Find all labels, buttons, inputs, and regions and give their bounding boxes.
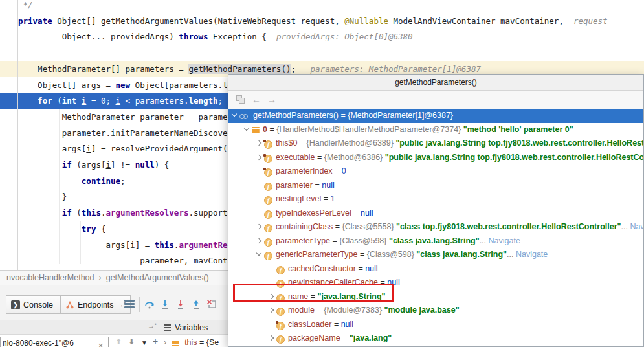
chevron-closed-icon[interactable]	[256, 151, 264, 165]
popup-title[interactable]: getMethodParameters()	[228, 75, 643, 91]
tree-segment: classLoader	[288, 320, 331, 329]
tree-segment: genericParameterType	[276, 250, 357, 259]
tree-row[interactable]: getMethodParameters() = {MethodParameter…	[228, 109, 643, 123]
tree-segment: containingClass	[276, 222, 333, 231]
arrow-down-icon[interactable]: ⬇	[128, 337, 135, 346]
debugger-evaluate-popup[interactable]: getMethodParameters() ← → getMethodParam…	[228, 74, 644, 347]
breadcrumb-class[interactable]: nvocableHandlerMethod	[6, 273, 94, 282]
tree-row[interactable]: fparameterIndex = 0	[228, 164, 643, 179]
field-icon: f	[264, 252, 272, 260]
chevron-closed-icon[interactable]	[268, 290, 276, 304]
field-icon: f	[264, 210, 272, 219]
close-icon[interactable]: ✕	[98, 340, 104, 347]
tree-segment: null	[322, 181, 334, 190]
tab-endpoints[interactable]: Endpoints →▪	[60, 295, 131, 314]
tree-row[interactable]: fparameterType = {Class@598} "class java…	[228, 234, 643, 249]
variables-panel-header[interactable]: Variables	[164, 320, 208, 335]
thread-name: nio-8080-exec-1"@6	[3, 339, 74, 347]
code-segment: i	[86, 144, 91, 153]
tree-segment: {Class@598}	[367, 250, 417, 259]
tree-segment: {HandlerMethod@6389}	[307, 139, 396, 148]
tree-segment: {Class@5558}	[342, 222, 397, 231]
code-segment: < parameters.	[120, 96, 188, 106]
layout-settings-icon[interactable]	[124, 300, 135, 309]
tree-row[interactable]: ftypeIndexesPerLevel = null	[228, 207, 643, 221]
code-segment: */	[18, 0, 33, 10]
console-icon: ❯	[11, 300, 20, 309]
code-segment: private	[18, 16, 52, 26]
tree-row[interactable]: fparameter = null	[228, 179, 643, 193]
step-out-button[interactable]	[190, 298, 202, 310]
code-line[interactable]: */	[0, 0, 644, 13]
step-into-button[interactable]	[159, 298, 171, 310]
code-segment: for	[18, 96, 52, 106]
code-segment: .	[101, 208, 106, 218]
duplicate-node-icon[interactable]	[236, 95, 245, 103]
arrow-up-icon[interactable]: ⬆	[115, 337, 122, 346]
force-step-into-button[interactable]	[175, 298, 186, 310]
tree-row[interactable]: fcomponentType = null	[228, 346, 643, 347]
tree-segment: Navigate	[516, 250, 548, 259]
code-segment: ModelAndViewContainer mavContainer,	[388, 16, 564, 26]
tree-segment: =	[357, 250, 366, 259]
forward-arrow-icon[interactable]: →	[267, 95, 276, 105]
code-line[interactable]	[0, 45, 644, 61]
popup-toolbar: ← →	[228, 91, 643, 109]
variables-panel-title: Variables	[175, 323, 208, 332]
tree-segment: parameter	[276, 181, 313, 190]
tree-segment: null	[361, 208, 373, 218]
tree-segment: Navigate	[489, 236, 520, 245]
chevron-closed-icon[interactable]	[268, 331, 276, 346]
thread-selector-combo[interactable]: nio-8080-exec-1"@6 ✕	[0, 337, 109, 347]
tree-row[interactable]: fclassLoader = null	[228, 318, 643, 332]
code-line[interactable]: private Object[] getMethodArgumentValues…	[0, 13, 644, 29]
tree-segment: "class java.lang.String"	[389, 236, 480, 245]
field-icon: f	[264, 224, 272, 232]
variables-first-row[interactable]: › this = {Se	[164, 337, 228, 347]
chevron-right-icon[interactable]: ›	[164, 338, 166, 347]
tree-row[interactable]: fcachedConstructor = null	[228, 262, 643, 276]
code-line[interactable]: Object... providedArgs) throws Exception…	[0, 28, 644, 45]
chevron-open-icon[interactable]	[231, 109, 239, 123]
tree-row[interactable]: fthis$0 = {HandlerMethod@6389} "public j…	[228, 137, 643, 151]
code-segment: getMethodParameters()	[188, 64, 291, 74]
tree-segment: =	[267, 125, 276, 134]
chevron-closed-icon[interactable]	[256, 137, 264, 151]
tree-segment: null	[341, 320, 353, 329]
chevron-open-icon[interactable]	[243, 123, 252, 137]
field-icon: f	[276, 335, 285, 344]
tree-row[interactable]: fmodule = {Module@7383} "module java.bas…	[228, 304, 643, 318]
tree-segment: parameterIndex	[276, 166, 333, 175]
breadcrumb-separator: ›	[99, 273, 102, 282]
step-over-button[interactable]	[144, 298, 155, 310]
field-icon: f	[276, 294, 285, 302]
tree-row[interactable]: fname = "java.lang.String"	[228, 290, 643, 304]
tree-row[interactable]: fcontainingClass = {Class@5558} "class t…	[228, 220, 643, 234]
back-arrow-icon[interactable]: ←	[252, 95, 261, 105]
tree-segment: nestingLevel	[276, 194, 321, 203]
tree-segment: =	[340, 333, 350, 342]
chevron-open-icon[interactable]	[256, 248, 264, 262]
tree-row[interactable]: fgenericParameterType = {Class@598} "cla…	[228, 248, 643, 262]
tree-row[interactable]: fnewInstanceCallerCache = null	[228, 276, 643, 290]
endpoints-icon	[65, 300, 74, 309]
code-segment: length	[188, 96, 217, 106]
tree-row[interactable]: 0 = {HandlerMethod$HandlerMethodParamete…	[228, 123, 643, 137]
code-segment: MethodParameter[] parameters =	[18, 64, 188, 74]
pin-icon[interactable]: →▪	[148, 322, 157, 330]
tree-row[interactable]: fpackageName = "java.lang"	[228, 331, 643, 346]
tree-row[interactable]: fexecutable = {Method@6386} "public java…	[228, 151, 643, 165]
tree-row[interactable]: fnestingLevel = 1	[228, 192, 643, 207]
chevron-closed-icon[interactable]	[256, 220, 264, 234]
drop-frame-button[interactable]	[206, 298, 217, 310]
filter-icon[interactable]: ▼	[141, 339, 148, 346]
add-icon[interactable]: +	[153, 336, 158, 346]
chevron-closed-icon[interactable]	[256, 234, 264, 249]
tree-segment: =	[356, 264, 365, 273]
chevron-closed-icon[interactable]	[268, 304, 276, 318]
tree-segment: "class top.fjy8018.web.rest.controller.H…	[396, 222, 621, 231]
this-variable-value: = {Se	[197, 338, 219, 347]
tree-segment: =	[330, 236, 339, 245]
breadcrumb-method[interactable]: getMethodArgumentValues()	[106, 273, 209, 282]
code-segment: null	[135, 160, 155, 170]
